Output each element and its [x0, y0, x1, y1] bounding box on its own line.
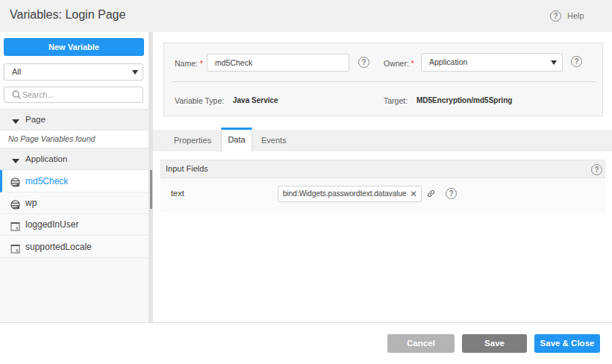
svg-text:x: x	[16, 248, 19, 253]
svg-text:x: x	[16, 225, 19, 230]
